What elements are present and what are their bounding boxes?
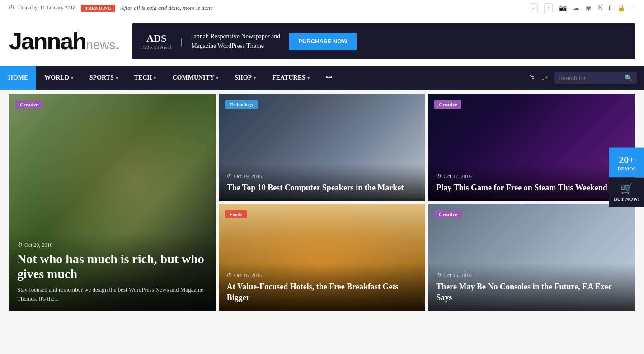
card-overlay-car: ⏱ Oct 15, 2016 There May Be No Consoles …	[428, 263, 635, 311]
dribbble-icon[interactable]: ◉	[586, 4, 591, 12]
date-text: Thursday, 11 January 2018	[17, 5, 75, 11]
nav-label-sports: SPORTS	[89, 74, 114, 81]
logo-jannah: Jannah	[9, 28, 86, 55]
nav-arrow-world: ▾	[71, 76, 73, 80]
card-title-speaker: The Top 10 Best Computer Speakers in the…	[227, 183, 418, 193]
menu-icon[interactable]: ≡	[631, 5, 635, 12]
main-grid: Creative ⏱ Oct 20, 2016 Not who has much…	[9, 94, 635, 311]
top-bar: ⏱ Thursday, 11 January 2018 Trending Aft…	[0, 0, 644, 16]
instagram-icon[interactable]: 📷	[559, 4, 567, 12]
nav-label-home: HOME	[8, 74, 28, 81]
facebook-icon[interactable]: 𝐟	[609, 5, 611, 12]
side-buttons: 20+ DEMOS 🛒 BUY NOW!	[609, 147, 644, 207]
nav-label-shop: SHOP	[235, 74, 252, 81]
demos-button[interactable]: 20+ DEMOS	[609, 147, 644, 177]
card-overlay-speaker: ⏱ Oct 19, 2016 The Top 10 Best Computer …	[219, 164, 426, 201]
card-steam[interactable]: Creative ⏱ Oct 17, 2016 Play This Game f…	[428, 94, 635, 201]
card-guitar[interactable]: Creative ⏱ Oct 20, 2016 Not who has much…	[9, 94, 216, 311]
card-date-speaker: ⏱ Oct 19, 2016	[227, 173, 418, 180]
card-speaker[interactable]: Technology ⏱ Oct 19, 2016 The Top 10 Bes…	[219, 94, 426, 201]
content-area: Creative ⏱ Oct 20, 2016 Not who has much…	[0, 90, 644, 316]
clock-icon-car: ⏱	[436, 272, 442, 279]
trending-text: After all is said and done, more is done	[121, 5, 213, 12]
trending-badge: Trending	[81, 5, 115, 12]
nav-label-community: COMMUNITY	[172, 74, 214, 81]
search-input[interactable]	[559, 75, 622, 81]
shuffle-icon[interactable]: ⇌	[542, 74, 548, 82]
card-overlay-guitar: ⏱ Oct 20, 2016 Not who has much is rich,…	[9, 233, 216, 311]
card-overlay-hotel: ⏱ Oct 16, 2016 At Value-Focused Hotels, …	[219, 263, 426, 311]
card-desc-guitar: Stay focused and remember we design the …	[17, 285, 208, 303]
tag-creative-guitar: Creative	[15, 100, 42, 109]
nav-arrow-features: ▾	[307, 76, 310, 80]
tag-technology-speaker: Technology	[225, 100, 258, 109]
demos-count: 20+	[616, 154, 637, 165]
clock-icon-steam: ⏱	[436, 173, 442, 180]
buy-now-label: BUY NOW!	[614, 196, 639, 201]
nav-item-more[interactable]: •••	[318, 66, 341, 90]
clock-icon-hotel: ⏱	[227, 272, 232, 279]
ad-text-area: ADS 728 x 90 Area! | Jannah Responsive N…	[141, 32, 280, 51]
card-date-hotel: ⏱ Oct 16, 2016	[227, 272, 418, 279]
soundcloud-icon[interactable]: ☁	[573, 4, 579, 12]
nav-item-home[interactable]: HOME	[0, 66, 36, 90]
nav-item-tech[interactable]: TECH ▾	[126, 66, 165, 90]
tag-creative-steam: Creative	[434, 100, 461, 109]
nav-arrow-community: ▾	[216, 76, 218, 80]
date-display: ⏱ Thursday, 11 January 2018	[9, 5, 75, 11]
card-date-car: ⏱ Oct 15, 2016	[436, 272, 627, 279]
nav-bar: HOME WORLD ▾ SPORTS ▾ TECH ▾ COMMUNITY ▾…	[0, 66, 644, 90]
top-bar-left: ⏱ Thursday, 11 January 2018 Trending Aft…	[9, 5, 213, 12]
ad-label-sub: 728 x 90 Area!	[141, 44, 171, 50]
ad-divider: |	[180, 36, 182, 47]
demos-label: DEMOS	[616, 165, 637, 171]
nav-label-features: FEATURES	[272, 74, 306, 81]
card-date-steam: ⏱ Oct 17, 2016	[436, 173, 627, 180]
header: Jannah news . ADS 728 x 90 Area! | Janna…	[0, 16, 644, 66]
card-title-hotel: At Value-Focused Hotels, the Free Breakf…	[227, 282, 418, 303]
ad-banner: ADS 728 x 90 Area! | Jannah Responsive N…	[132, 23, 635, 59]
card-title-car: There May Be No Consoles in the Future, …	[436, 282, 627, 303]
twitter-icon[interactable]: 𝕏	[597, 4, 602, 12]
nav-arrow-shop: ▾	[254, 76, 256, 80]
card-date-guitar: ⏱ Oct 20, 2016	[17, 242, 208, 249]
tag-creative-car: Creative	[434, 210, 461, 218]
nav-label-tech: TECH	[134, 74, 152, 81]
nav-right: 🛍 ⇌ 🔍	[528, 72, 644, 84]
clock-icon-guitar: ⏱	[17, 242, 23, 249]
cart-icon[interactable]: 🛍	[528, 74, 536, 82]
nav-item-shop[interactable]: SHOP ▾	[226, 66, 264, 90]
card-title-guitar: Not who has much is rich, but who gives …	[17, 251, 208, 282]
prev-arrow[interactable]: ‹	[530, 3, 538, 13]
cart-icon-sidebar: 🛒	[614, 183, 639, 194]
purchase-button[interactable]: PURCHASE NOW	[289, 33, 356, 50]
ad-label: ADS 728 x 90 Area!	[141, 33, 171, 50]
clock-icon: ⏱	[9, 5, 14, 11]
nav-arrow-sports: ▾	[116, 76, 118, 80]
nav-arrow-tech: ▾	[154, 76, 156, 80]
card-title-steam: Play This Game for Free on Steam This We…	[436, 183, 627, 193]
card-overlay-steam: ⏱ Oct 17, 2016 Play This Game for Free o…	[428, 164, 635, 201]
top-bar-right: ‹ › 📷 ☁ ◉ 𝕏 𝐟 🔒 ≡	[530, 3, 635, 13]
ad-label-main: ADS	[141, 33, 171, 44]
card-hotel[interactable]: Foods ⏱ Oct 16, 2016 At Value-Focused Ho…	[219, 204, 426, 311]
next-arrow[interactable]: ›	[544, 3, 553, 13]
nav-item-sports[interactable]: SPORTS ▾	[81, 66, 126, 90]
search-icon[interactable]: 🔍	[625, 74, 632, 82]
tag-foods-hotel: Foods	[225, 210, 247, 218]
nav-label-more: •••	[326, 74, 333, 81]
nav-item-world[interactable]: WORLD ▾	[36, 66, 81, 90]
nav-item-community[interactable]: COMMUNITY ▾	[164, 66, 226, 90]
card-car[interactable]: Creative ⏱ Oct 15, 2016 There May Be No …	[428, 204, 635, 311]
ad-description: Jannah Responsive Newspaper andMagazine …	[191, 32, 280, 51]
lock-icon[interactable]: 🔒	[617, 4, 625, 12]
nav-label-world: WORLD	[44, 74, 69, 81]
clock-icon-speaker: ⏱	[227, 173, 232, 180]
logo-dot: .	[115, 36, 119, 53]
logo-news: news	[86, 38, 115, 52]
logo[interactable]: Jannah news .	[9, 28, 119, 55]
search-box[interactable]: 🔍	[554, 72, 637, 84]
nav-item-features[interactable]: FEATURES ▾	[264, 66, 318, 90]
buy-now-button[interactable]: 🛒 BUY NOW!	[609, 177, 644, 207]
